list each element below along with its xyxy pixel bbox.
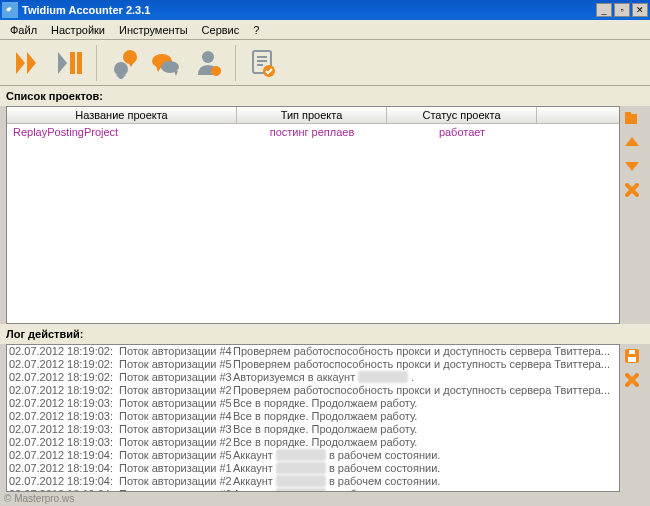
play-icon [12, 48, 42, 78]
menu-file[interactable]: Файл [4, 22, 43, 38]
menu-service[interactable]: Сервис [196, 22, 246, 38]
col-name[interactable]: Название проекта [7, 107, 237, 123]
menubar: Файл Настройки Инструменты Сервис ? [0, 20, 650, 40]
log-msg: Все в порядке. Продолжаем работу. [233, 397, 617, 410]
log-thread: Поток авторизации #2 [119, 475, 233, 488]
log-msg: Все в порядке. Продолжаем работу. [233, 410, 617, 423]
save-icon [624, 348, 640, 364]
svg-point-8 [211, 66, 221, 76]
log-msg: Проверяем работоспособность прокси и дос… [233, 358, 617, 371]
log-row: 02.07.2012 18:19:04:Поток авторизации #5… [7, 449, 619, 462]
log-label: Лог действий: [0, 324, 650, 344]
log-msg: Аккаунт xxxx в рабочем состоянии. [233, 475, 617, 488]
log-msg: Все в порядке. Продолжаем работу. [233, 436, 617, 449]
log-thread: Поток авторизации #2 [119, 436, 233, 449]
user-button[interactable] [189, 44, 227, 82]
pause-button[interactable] [50, 44, 88, 82]
svg-rect-14 [625, 114, 637, 124]
minimize-button[interactable]: _ [596, 3, 612, 17]
projects-sidebar [620, 106, 644, 324]
log-row: 02.07.2012 18:19:03:Поток авторизации #4… [7, 410, 619, 423]
menu-tools[interactable]: Инструменты [113, 22, 194, 38]
move-down-button[interactable] [624, 158, 640, 174]
log-msg: Все в порядке. Продолжаем работу. [233, 423, 617, 436]
svg-point-4 [123, 50, 137, 64]
log-ts: 02.07.2012 18:19:04: [9, 488, 119, 492]
menu-help[interactable]: ? [247, 22, 265, 38]
log-row: 02.07.2012 18:19:02:Поток авторизации #4… [7, 345, 619, 358]
log-thread: Поток авторизации #4 [119, 345, 233, 358]
down-icon [625, 161, 639, 171]
log-ts: 02.07.2012 18:19:03: [9, 410, 119, 423]
log-row: 02.07.2012 18:19:02:Поток авторизации #3… [7, 371, 619, 384]
log-ts: 02.07.2012 18:19:04: [9, 462, 119, 475]
add-project-button[interactable] [624, 110, 640, 126]
toolbar-separator [96, 45, 97, 81]
user-icon [192, 47, 224, 79]
log-row: 02.07.2012 18:19:03:Поток авторизации #2… [7, 436, 619, 449]
log-thread: Поток авторизации #5 [119, 449, 233, 462]
cell-status: работает [387, 124, 537, 140]
report-icon [247, 47, 279, 79]
log-thread: Поток авторизации #3 [119, 371, 233, 384]
svg-point-7 [202, 51, 214, 63]
log-msg: Аккаунт xxxx в рабочем состоянии. [233, 449, 617, 462]
log-row: 02.07.2012 18:19:04:Поток авторизации #2… [7, 475, 619, 488]
log-row: 02.07.2012 18:19:02:Поток авторизации #5… [7, 358, 619, 371]
projects-label: Список проектов: [0, 86, 650, 106]
log-table[interactable]: 02.07.2012 18:19:02:Поток авторизации #4… [6, 344, 620, 492]
chat-double-button[interactable] [147, 44, 185, 82]
toolbar-separator [235, 45, 236, 81]
log-row: 02.07.2012 18:19:03:Поток авторизации #5… [7, 397, 619, 410]
log-thread: Поток авторизации #5 [119, 358, 233, 371]
chat-single-button[interactable] [105, 44, 143, 82]
table-row[interactable]: ReplayPostingProjectпостинг реплаевработ… [7, 124, 619, 140]
log-ts: 02.07.2012 18:19:03: [9, 397, 119, 410]
svg-rect-1 [70, 52, 75, 74]
app-icon [2, 2, 18, 18]
col-status[interactable]: Статус проекта [387, 107, 537, 123]
log-msg: Проверяем работоспособность прокси и дос… [233, 345, 617, 358]
report-button[interactable] [244, 44, 282, 82]
log-thread: Поток авторизации #2 [119, 384, 233, 397]
window-title: Twidium Accounter 2.3.1 [22, 4, 596, 16]
play-button[interactable] [8, 44, 46, 82]
log-thread: Поток авторизации #5 [119, 397, 233, 410]
log-ts: 02.07.2012 18:19:02: [9, 371, 119, 384]
watermark: © Masterpro.ws [4, 493, 74, 504]
log-msg: Проверяем работоспособность прокси и дос… [233, 384, 617, 397]
log-ts: 02.07.2012 18:19:03: [9, 436, 119, 449]
log-msg: Авторизуемся в аккаунт xxxx . [233, 371, 617, 384]
delete-icon [625, 183, 639, 197]
chat-double-icon [150, 47, 182, 79]
maximize-button[interactable]: ▫ [614, 3, 630, 17]
clear-log-button[interactable] [624, 372, 640, 388]
move-up-button[interactable] [624, 134, 640, 150]
svg-rect-18 [629, 350, 635, 354]
save-log-button[interactable] [624, 348, 640, 364]
log-ts: 02.07.2012 18:19:02: [9, 384, 119, 397]
log-ts: 02.07.2012 18:19:04: [9, 475, 119, 488]
log-row: 02.07.2012 18:19:02:Поток авторизации #2… [7, 384, 619, 397]
log-thread: Поток авторизации #4 [119, 410, 233, 423]
add-icon [624, 111, 640, 125]
col-type[interactable]: Тип проекта [237, 107, 387, 123]
log-msg: Аккаунт xxxx в рабочем состоянии. [233, 488, 617, 492]
delete-project-button[interactable] [624, 182, 640, 198]
menu-settings[interactable]: Настройки [45, 22, 111, 38]
log-ts: 02.07.2012 18:19:02: [9, 345, 119, 358]
log-ts: 02.07.2012 18:19:04: [9, 449, 119, 462]
svg-rect-15 [625, 112, 631, 115]
chat-single-icon [108, 47, 140, 79]
pause-icon [54, 48, 84, 78]
log-ts: 02.07.2012 18:19:02: [9, 358, 119, 371]
log-row: 02.07.2012 18:19:04:Поток авторизации #3… [7, 488, 619, 492]
log-row: 02.07.2012 18:19:04:Поток авторизации #1… [7, 462, 619, 475]
close-button[interactable]: ✕ [632, 3, 648, 17]
svg-point-3 [114, 62, 128, 76]
up-icon [625, 137, 639, 147]
cell-name: ReplayPostingProject [7, 124, 237, 140]
cell-type: постинг реплаев [237, 124, 387, 140]
log-sidebar [620, 344, 644, 492]
log-ts: 02.07.2012 18:19:03: [9, 423, 119, 436]
